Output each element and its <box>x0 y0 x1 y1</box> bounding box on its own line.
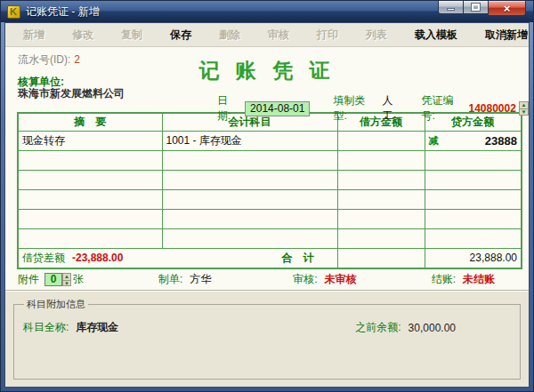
debit-cell[interactable] <box>337 228 425 248</box>
summary-total-row: 借贷差额 -23,888.00 合 计 23,888.00 <box>18 248 522 268</box>
table-row-empty <box>18 228 522 248</box>
account-cell[interactable] <box>162 170 337 189</box>
voucher-header: 流水号(ID):2 记 账 凭 证 核算单位: 珠海市新发展燃料公司 日期: 2… <box>5 47 529 112</box>
attachment-spinner[interactable]: ▲▼ <box>62 273 71 286</box>
title-bar[interactable]: 记账凭证 - 新增 × <box>1 1 533 22</box>
toolbar-button-copy[interactable]: 复制 <box>121 28 142 43</box>
spinner-up-icon[interactable]: ▲ <box>63 274 70 281</box>
credit-cell[interactable] <box>425 228 522 248</box>
maker-value: 方华 <box>190 272 211 287</box>
account-cell[interactable] <box>162 150 337 170</box>
summary-cell[interactable] <box>18 209 162 228</box>
spinner-down-icon[interactable]: ▼ <box>520 109 528 116</box>
minimize-icon <box>447 8 455 11</box>
prev-balance-label: 之前余额: <box>355 320 400 335</box>
summary-cell[interactable]: 现金转存 <box>18 131 162 150</box>
audit-status: 未审核 <box>325 272 357 287</box>
toolbar-button-load-template[interactable]: 载入模板 <box>415 28 457 43</box>
toolbar-button-print[interactable]: 打印 <box>317 28 338 43</box>
maker-label: 制单: <box>158 272 182 287</box>
client-area: 新增 修改 复制 保存 删除 审核 打印 列表 载入模板 取消新增 流水号(ID… <box>4 22 530 388</box>
debit-cell[interactable] <box>337 131 425 150</box>
app-window: 记账凭证 - 新增 × 新增 修改 复制 保存 删除 审核 打印 列表 载入模板… <box>0 0 534 392</box>
settle-status: 未结账 <box>463 272 495 287</box>
window-controls: × <box>438 1 526 16</box>
credit-value: 23888 <box>485 134 517 148</box>
toolbar: 新增 修改 复制 保存 删除 审核 打印 列表 载入模板 取消新增 <box>5 23 529 47</box>
voucher-no-value[interactable]: 14080002 <box>468 102 515 115</box>
debit-cell[interactable] <box>337 209 425 228</box>
table-row-empty <box>18 189 522 209</box>
voucher-footer: 附件 0 ▲▼ 张 制单: 方华 审核: 未审核 结账: 未结账 <box>5 269 529 291</box>
date-row: 日期: 2014-08-01 填制类型: 人工 凭证编号: 14080002 ▲… <box>217 93 529 124</box>
unit-name: 珠海市新发展燃料公司 <box>18 86 125 101</box>
extra-info-row: 科目全称: 库存现金 之前余额: 30,000.00 <box>23 320 511 335</box>
credit-cell[interactable] <box>425 150 522 170</box>
prev-balance-value: 30,000.00 <box>409 322 456 334</box>
minimize-button[interactable] <box>438 1 464 14</box>
fill-type-label: 填制类型: <box>333 93 375 124</box>
attachment-unit: 张 <box>73 272 84 287</box>
credit-tag: 减 <box>429 134 439 148</box>
toolbar-button-save[interactable]: 保存 <box>170 28 191 43</box>
voucher-table: 摘 要 会计科目 借方金额 贷方金额 现金转存 1001 - 库存现金 减 23… <box>17 112 522 269</box>
table-row: 现金转存 1001 - 库存现金 减 23888 <box>18 131 522 150</box>
settle-label: 结账: <box>432 272 456 287</box>
balance-cell: 借贷差额 -23,888.00 合 计 <box>18 248 337 268</box>
toolbar-button-audit[interactable]: 审核 <box>268 28 289 43</box>
voucher-no-spinner[interactable]: ▲▼ <box>519 101 529 116</box>
credit-cell[interactable]: 减 23888 <box>425 131 522 150</box>
extra-info-groupbox: 科目附加信息 科目全称: 库存现金 之前余额: 30,000.00 <box>13 298 521 380</box>
debit-cell[interactable] <box>337 150 425 170</box>
credit-cell[interactable] <box>425 209 522 228</box>
spinner-down-icon[interactable]: ▼ <box>63 281 70 287</box>
extra-info-panel: 科目附加信息 科目全称: 库存现金 之前余额: 30,000.00 <box>5 291 529 387</box>
header-summary: 摘 要 <box>18 113 162 131</box>
account-cell[interactable] <box>162 189 337 209</box>
credit-cell[interactable] <box>425 170 522 189</box>
date-input[interactable]: 2014-08-01 <box>245 101 310 116</box>
table-row-empty <box>18 150 522 170</box>
prev-balance-group: 之前余额: 30,000.00 <box>355 320 456 335</box>
table-row-empty <box>18 209 522 228</box>
account-fullname-label: 科目全称: <box>23 320 69 335</box>
summary-cell[interactable] <box>18 228 162 248</box>
balance-value: -23,888.00 <box>72 252 123 264</box>
toolbar-button-delete[interactable]: 删除 <box>219 28 240 43</box>
maximize-button[interactable] <box>464 1 489 14</box>
app-icon <box>7 5 20 19</box>
close-icon: × <box>504 3 511 14</box>
debit-cell[interactable] <box>337 189 425 209</box>
account-cell[interactable]: 1001 - 库存现金 <box>162 131 337 150</box>
total-credit-cell: 23,888.00 <box>425 248 522 268</box>
debit-cell[interactable] <box>337 170 425 189</box>
attachment-count-input[interactable]: 0 <box>44 273 62 286</box>
total-debit-cell <box>337 248 425 268</box>
toolbar-button-list[interactable]: 列表 <box>366 28 387 43</box>
date-label: 日期: <box>217 93 239 124</box>
account-cell[interactable] <box>162 228 337 248</box>
summary-cell[interactable] <box>18 189 162 209</box>
balance-label: 借贷差额 <box>22 251 65 266</box>
close-button[interactable]: × <box>489 1 526 16</box>
spinner-up-icon[interactable]: ▲ <box>520 102 528 109</box>
toolbar-button-edit[interactable]: 修改 <box>72 28 93 43</box>
voucher-title: 记 账 凭 证 <box>5 57 529 84</box>
credit-cell[interactable] <box>425 189 522 209</box>
summary-cell[interactable] <box>18 170 162 189</box>
toolbar-button-cancel-new[interactable]: 取消新增 <box>485 28 528 43</box>
account-fullname-value: 库存现金 <box>76 320 118 335</box>
account-cell[interactable] <box>162 209 337 228</box>
audit-label: 审核: <box>293 272 317 287</box>
total-label: 合 计 <box>282 251 314 266</box>
summary-cell[interactable] <box>18 150 162 170</box>
fill-type-value: 人工 <box>382 93 401 124</box>
window-title: 记账凭证 - 新增 <box>26 4 100 20</box>
attachment-label: 附件 <box>18 272 39 287</box>
voucher-no-label: 凭证编号: <box>421 93 463 124</box>
extra-info-title: 科目附加信息 <box>24 298 88 311</box>
table-row-empty <box>18 170 522 189</box>
maximize-icon <box>472 4 480 11</box>
toolbar-button-add[interactable]: 新增 <box>23 28 44 43</box>
